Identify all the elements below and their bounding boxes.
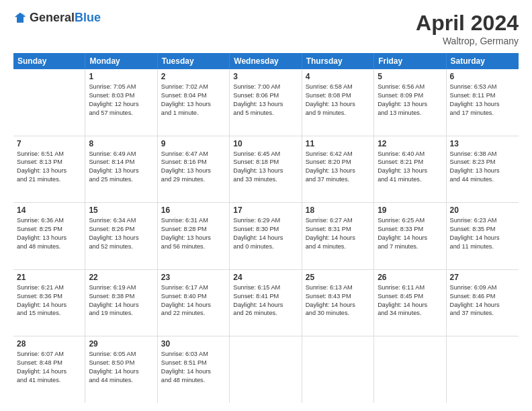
day-number: 30 (161, 339, 226, 349)
day-info: Sunrise: 6:42 AM Sunset: 8:20 PM Dayligh… (306, 150, 370, 185)
day-info: Sunrise: 6:40 AM Sunset: 8:21 PM Dayligh… (378, 150, 442, 185)
calendar-header-row: SundayMondayTuesdayWednesdayThursdayFrid… (13, 53, 519, 69)
day-info: Sunrise: 6:31 AM Sunset: 8:28 PM Dayligh… (161, 216, 226, 251)
calendar-week: 21Sunrise: 6:21 AM Sunset: 8:36 PM Dayli… (13, 270, 519, 337)
day-info: Sunrise: 6:53 AM Sunset: 8:11 PM Dayligh… (450, 83, 515, 118)
calendar-header-cell: Tuesday (158, 53, 230, 69)
calendar-cell: 8Sunrise: 6:49 AM Sunset: 8:14 PM Daylig… (85, 136, 157, 203)
calendar-week: 14Sunrise: 6:36 AM Sunset: 8:25 PM Dayli… (13, 203, 519, 270)
calendar-body: 1Sunrise: 7:05 AM Sunset: 8:03 PM Daylig… (13, 69, 519, 403)
calendar-week: 7Sunrise: 6:51 AM Sunset: 8:13 PM Daylig… (13, 136, 519, 203)
calendar-cell: 13Sunrise: 6:38 AM Sunset: 8:23 PM Dayli… (447, 136, 519, 203)
day-number: 22 (89, 273, 153, 282)
logo-icon (13, 11, 27, 25)
day-info: Sunrise: 7:00 AM Sunset: 8:06 PM Dayligh… (233, 83, 298, 118)
day-info: Sunrise: 6:17 AM Sunset: 8:40 PM Dayligh… (161, 283, 226, 318)
day-info: Sunrise: 6:34 AM Sunset: 8:26 PM Dayligh… (89, 216, 153, 251)
day-info: Sunrise: 6:47 AM Sunset: 8:16 PM Dayligh… (161, 150, 226, 185)
day-info: Sunrise: 6:45 AM Sunset: 8:18 PM Dayligh… (233, 150, 298, 185)
day-number: 20 (450, 205, 515, 215)
day-number: 29 (89, 339, 153, 349)
calendar-cell: 15Sunrise: 6:34 AM Sunset: 8:26 PM Dayli… (85, 203, 157, 269)
day-number: 12 (378, 139, 442, 148)
calendar-cell: 4Sunrise: 6:58 AM Sunset: 8:08 PM Daylig… (302, 69, 374, 136)
calendar-header-cell: Wednesday (230, 53, 302, 69)
day-number: 8 (89, 139, 153, 148)
day-info: Sunrise: 6:11 AM Sunset: 8:45 PM Dayligh… (378, 283, 442, 318)
day-info: Sunrise: 6:51 AM Sunset: 8:13 PM Dayligh… (17, 150, 81, 185)
day-number: 4 (306, 72, 370, 81)
calendar-cell: 24Sunrise: 6:15 AM Sunset: 8:41 PM Dayli… (230, 270, 302, 336)
day-info: Sunrise: 6:49 AM Sunset: 8:14 PM Dayligh… (89, 150, 153, 185)
day-number: 3 (233, 72, 298, 81)
logo-text: GeneralBlue (30, 11, 101, 25)
calendar-cell (302, 336, 374, 403)
day-number: 19 (378, 205, 442, 215)
day-info: Sunrise: 6:56 AM Sunset: 8:09 PM Dayligh… (378, 83, 442, 118)
day-info: Sunrise: 6:38 AM Sunset: 8:23 PM Dayligh… (450, 150, 515, 185)
day-info: Sunrise: 6:07 AM Sunset: 8:48 PM Dayligh… (17, 350, 81, 385)
day-number: 18 (306, 205, 370, 215)
calendar-cell: 11Sunrise: 6:42 AM Sunset: 8:20 PM Dayli… (302, 136, 374, 203)
header: GeneralBlue April 2024 Waltrop, Germany (13, 11, 519, 46)
calendar: SundayMondayTuesdayWednesdayThursdayFrid… (13, 53, 519, 403)
calendar-cell: 9Sunrise: 6:47 AM Sunset: 8:16 PM Daylig… (158, 136, 230, 203)
calendar-cell: 30Sunrise: 6:03 AM Sunset: 8:51 PM Dayli… (158, 336, 230, 403)
day-info: Sunrise: 6:21 AM Sunset: 8:36 PM Dayligh… (17, 283, 81, 318)
calendar-cell: 28Sunrise: 6:07 AM Sunset: 8:48 PM Dayli… (13, 336, 85, 403)
calendar-cell: 7Sunrise: 6:51 AM Sunset: 8:13 PM Daylig… (13, 136, 85, 203)
day-number: 9 (161, 139, 226, 148)
calendar-week: 28Sunrise: 6:07 AM Sunset: 8:48 PM Dayli… (13, 336, 519, 403)
calendar-cell: 14Sunrise: 6:36 AM Sunset: 8:25 PM Dayli… (13, 203, 85, 269)
day-info: Sunrise: 7:05 AM Sunset: 8:03 PM Dayligh… (89, 83, 153, 118)
calendar-header-cell: Saturday (447, 53, 519, 69)
day-number: 21 (17, 273, 81, 282)
calendar-cell: 19Sunrise: 6:25 AM Sunset: 8:33 PM Dayli… (374, 203, 446, 269)
day-info: Sunrise: 6:36 AM Sunset: 8:25 PM Dayligh… (17, 216, 81, 251)
calendar-header-cell: Monday (85, 53, 157, 69)
day-info: Sunrise: 6:03 AM Sunset: 8:51 PM Dayligh… (161, 350, 226, 385)
calendar-header-cell: Thursday (302, 53, 374, 69)
day-number: 25 (306, 273, 370, 282)
calendar-cell (374, 336, 446, 403)
day-info: Sunrise: 6:23 AM Sunset: 8:35 PM Dayligh… (450, 216, 515, 251)
calendar-cell: 27Sunrise: 6:09 AM Sunset: 8:46 PM Dayli… (447, 270, 519, 336)
calendar-cell: 5Sunrise: 6:56 AM Sunset: 8:09 PM Daylig… (374, 69, 446, 136)
day-number: 7 (17, 139, 81, 148)
day-info: Sunrise: 7:02 AM Sunset: 8:04 PM Dayligh… (161, 83, 226, 118)
calendar-cell: 16Sunrise: 6:31 AM Sunset: 8:28 PM Dayli… (158, 203, 230, 269)
day-number: 6 (450, 72, 515, 81)
day-number: 11 (306, 139, 370, 148)
location: Waltrop, Germany (416, 36, 519, 46)
calendar-cell: 20Sunrise: 6:23 AM Sunset: 8:35 PM Dayli… (447, 203, 519, 269)
calendar-cell (13, 69, 85, 136)
day-info: Sunrise: 6:15 AM Sunset: 8:41 PM Dayligh… (233, 283, 298, 318)
svg-marker-0 (15, 12, 26, 22)
calendar-cell (447, 336, 519, 403)
calendar-cell: 10Sunrise: 6:45 AM Sunset: 8:18 PM Dayli… (230, 136, 302, 203)
day-info: Sunrise: 6:09 AM Sunset: 8:46 PM Dayligh… (450, 283, 515, 318)
calendar-header-cell: Sunday (13, 53, 85, 69)
day-number: 17 (233, 205, 298, 215)
day-number: 15 (89, 205, 153, 215)
day-info: Sunrise: 6:05 AM Sunset: 8:50 PM Dayligh… (89, 350, 153, 385)
calendar-cell: 26Sunrise: 6:11 AM Sunset: 8:45 PM Dayli… (374, 270, 446, 336)
day-info: Sunrise: 6:19 AM Sunset: 8:38 PM Dayligh… (89, 283, 153, 318)
day-number: 28 (17, 339, 81, 349)
calendar-cell: 2Sunrise: 7:02 AM Sunset: 8:04 PM Daylig… (158, 69, 230, 136)
day-number: 2 (161, 72, 226, 81)
calendar-cell: 3Sunrise: 7:00 AM Sunset: 8:06 PM Daylig… (230, 69, 302, 136)
day-number: 10 (233, 139, 298, 148)
calendar-cell: 1Sunrise: 7:05 AM Sunset: 8:03 PM Daylig… (85, 69, 157, 136)
day-number: 27 (450, 273, 515, 282)
day-number: 24 (233, 273, 298, 282)
calendar-cell: 6Sunrise: 6:53 AM Sunset: 8:11 PM Daylig… (447, 69, 519, 136)
calendar-cell: 18Sunrise: 6:27 AM Sunset: 8:31 PM Dayli… (302, 203, 374, 269)
calendar-cell (230, 336, 302, 403)
calendar-cell: 12Sunrise: 6:40 AM Sunset: 8:21 PM Dayli… (374, 136, 446, 203)
day-info: Sunrise: 6:13 AM Sunset: 8:43 PM Dayligh… (306, 283, 370, 318)
calendar-header-cell: Friday (374, 53, 446, 69)
day-number: 26 (378, 273, 442, 282)
calendar-week: 1Sunrise: 7:05 AM Sunset: 8:03 PM Daylig… (13, 69, 519, 136)
calendar-cell: 25Sunrise: 6:13 AM Sunset: 8:43 PM Dayli… (302, 270, 374, 336)
